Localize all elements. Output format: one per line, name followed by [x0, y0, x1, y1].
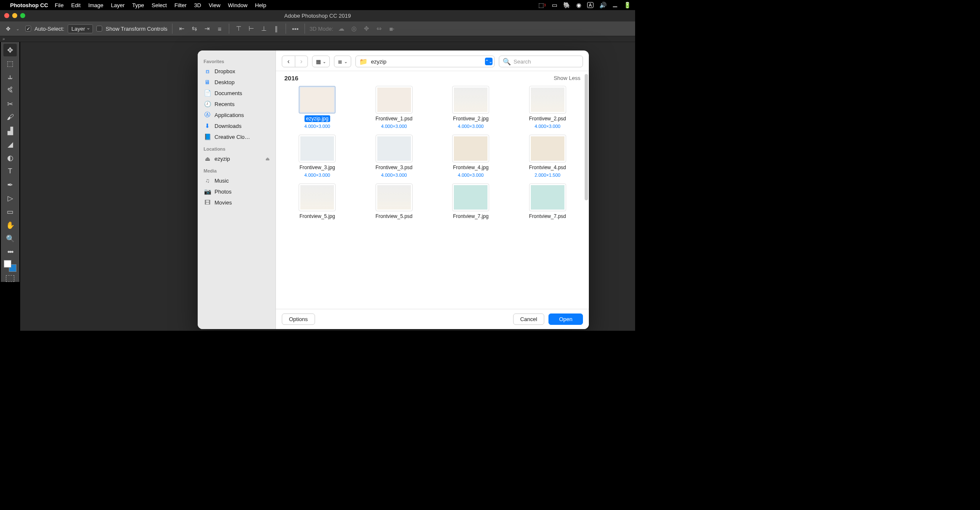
- sidebar-item[interactable]: ⒶApplications: [198, 109, 275, 120]
- align-center-v-icon[interactable]: ≡: [215, 24, 224, 33]
- eraser-tool-icon[interactable]: ◢: [3, 138, 17, 151]
- search-input[interactable]: [514, 58, 584, 65]
- dropbox-status-icon[interactable]: ⬚3: [538, 2, 546, 8]
- lasso-tool-icon[interactable]: ⥿: [3, 71, 17, 83]
- folder-path-dropdown[interactable]: 📁 ezyzip ⌃⌄: [355, 56, 495, 67]
- marquee-tool-icon[interactable]: ⬚: [3, 57, 17, 70]
- menu-3d[interactable]: 3D: [194, 2, 201, 8]
- file-name: Frontivew_3.psd: [374, 164, 414, 171]
- menu-image[interactable]: Image: [88, 2, 103, 8]
- more-options-icon[interactable]: •••: [291, 24, 300, 33]
- path-select-tool-icon[interactable]: ▷: [3, 192, 17, 205]
- quick-select-tool-icon[interactable]: ✎̊: [3, 84, 17, 97]
- close-window-button[interactable]: [4, 13, 9, 18]
- evernote-icon[interactable]: 🐘: [563, 2, 570, 8]
- search-box[interactable]: 🔍: [499, 56, 583, 67]
- file-item[interactable]: ezyzip.jpg4.000×3.000: [281, 86, 354, 129]
- pen-tool-icon[interactable]: ✒: [3, 178, 17, 191]
- menu-file[interactable]: File: [55, 2, 64, 8]
- menu-window[interactable]: Window: [228, 2, 247, 8]
- text-input-icon[interactable]: A: [587, 2, 593, 8]
- back-button[interactable]: ‹: [282, 56, 295, 67]
- scrollbar[interactable]: [585, 74, 588, 200]
- dialog-main: ‹ › ▦⌄ ≣⌄ 📁 ezyzip ⌃⌄ 🔍 2016 Show Less e…: [276, 50, 589, 329]
- file-item[interactable]: Frontview_5.jpg: [281, 183, 354, 220]
- auto-select-mode-dropdown[interactable]: Layer: [68, 24, 93, 33]
- file-item[interactable]: Frontview_7.psd: [511, 183, 584, 220]
- battery-icon[interactable]: 🔋: [624, 2, 631, 8]
- open-button[interactable]: Open: [548, 313, 583, 325]
- menu-type[interactable]: Type: [132, 2, 144, 8]
- menu-layer[interactable]: Layer: [111, 2, 125, 8]
- file-item[interactable]: Frontivew_1.psd4.000×3.000: [358, 86, 431, 129]
- sidecar-icon[interactable]: ▭: [552, 2, 557, 8]
- distribute-top-icon[interactable]: ⊤: [234, 24, 243, 33]
- forward-button[interactable]: ›: [295, 56, 307, 67]
- file-name: Frontview_5.psd: [374, 213, 414, 220]
- eject-icon[interactable]: ⏏: [265, 156, 270, 162]
- minimize-window-button[interactable]: [12, 13, 17, 18]
- align-right-icon[interactable]: ⇥: [202, 24, 212, 33]
- menu-select[interactable]: Select: [151, 2, 167, 8]
- file-name: ezyzip.jpg: [305, 115, 330, 122]
- sidebar-item[interactable]: 📘Creative Clo…: [198, 131, 275, 142]
- distribute-hcenter-icon[interactable]: ‖: [272, 24, 281, 33]
- sidebar-item[interactable]: 🎞Movies: [198, 197, 275, 208]
- expand-tabs-icon[interactable]: »: [3, 37, 5, 41]
- gradient-tool-icon[interactable]: ◐: [3, 151, 17, 164]
- file-thumbnail: [529, 183, 566, 211]
- hand-tool-icon[interactable]: ✋: [3, 219, 17, 231]
- sidebar-item[interactable]: 🖥Desktop: [198, 77, 275, 88]
- quick-mask-icon[interactable]: [6, 275, 14, 282]
- menu-filter[interactable]: Filter: [175, 2, 187, 8]
- edit-toolbar-icon[interactable]: •••: [3, 246, 17, 258]
- type-tool-icon[interactable]: T: [3, 165, 17, 178]
- align-left-icon[interactable]: ⇤: [177, 24, 186, 33]
- menu-help[interactable]: Help: [255, 2, 266, 8]
- cancel-button[interactable]: Cancel: [513, 313, 544, 325]
- distribute-vcenter-icon[interactable]: ⊢: [246, 24, 256, 33]
- show-transform-checkbox[interactable]: [96, 26, 102, 32]
- sidebar-item[interactable]: 🕘Recents: [198, 98, 275, 109]
- file-item[interactable]: Frontview_5.psd: [358, 183, 431, 220]
- tool-preset-chevron-icon[interactable]: ⌄: [16, 27, 19, 31]
- app-name[interactable]: Photoshop CC: [10, 2, 48, 8]
- zoom-tool-icon[interactable]: 🔍: [3, 232, 17, 245]
- file-item[interactable]: Frontivew_3.jpg4.000×3.000: [281, 135, 354, 178]
- file-item[interactable]: Frontview_4.psd2.000×1.500: [511, 135, 584, 178]
- auto-select-checkbox[interactable]: [25, 26, 31, 32]
- file-dimensions: 4.000×3.000: [535, 124, 560, 129]
- sidebar-item[interactable]: ♫Music: [198, 175, 275, 186]
- align-center-h-icon[interactable]: ⇆: [190, 24, 199, 33]
- sidebar-item[interactable]: ⧈Dropbox: [198, 66, 275, 77]
- sidebar-item[interactable]: ⏏ezyzip⏏: [198, 153, 275, 164]
- crop-tool-icon[interactable]: ✂: [3, 98, 17, 110]
- separator: [305, 24, 305, 34]
- options-button[interactable]: Options: [282, 313, 315, 325]
- sidebar-item[interactable]: ⬇Downloads: [198, 120, 275, 131]
- fg-color-swatch[interactable]: [4, 260, 11, 268]
- sidebar-item[interactable]: 📄Documents: [198, 88, 275, 98]
- bluetooth-icon[interactable]: ⚊: [612, 2, 618, 8]
- file-item[interactable]: Frontivew_2.psd4.000×3.000: [511, 86, 584, 129]
- file-item[interactable]: Frontview_7.jpg: [434, 183, 507, 220]
- volume-icon[interactable]: 🔊: [599, 2, 607, 8]
- move-tool-icon[interactable]: ✥: [3, 24, 13, 33]
- menu-edit[interactable]: Edit: [71, 2, 80, 8]
- file-item[interactable]: Frontview_4.jpg4.000×3.000: [434, 135, 507, 178]
- rectangle-tool-icon[interactable]: ▭: [3, 205, 17, 218]
- color-swatches[interactable]: [4, 260, 16, 272]
- view-mode-dropdown[interactable]: ▦⌄: [312, 56, 330, 67]
- menu-view[interactable]: View: [209, 2, 220, 8]
- file-item[interactable]: Frontivew_2.jpg4.000×3.000: [434, 86, 507, 129]
- maximize-window-button[interactable]: [20, 13, 25, 18]
- move-tool-icon[interactable]: ✥: [3, 44, 17, 56]
- file-item[interactable]: Frontivew_3.psd4.000×3.000: [358, 135, 431, 178]
- grouping-dropdown[interactable]: ≣⌄: [334, 56, 351, 67]
- sidebar-item[interactable]: 📷Photos: [198, 186, 275, 197]
- spotlight-icon[interactable]: ◉: [576, 2, 581, 8]
- stamp-tool-icon[interactable]: ▟: [3, 125, 17, 137]
- show-less-button[interactable]: Show Less: [554, 75, 580, 81]
- distribute-bottom-icon[interactable]: ⊥: [259, 24, 268, 33]
- brush-tool-icon[interactable]: 🖌: [3, 111, 17, 124]
